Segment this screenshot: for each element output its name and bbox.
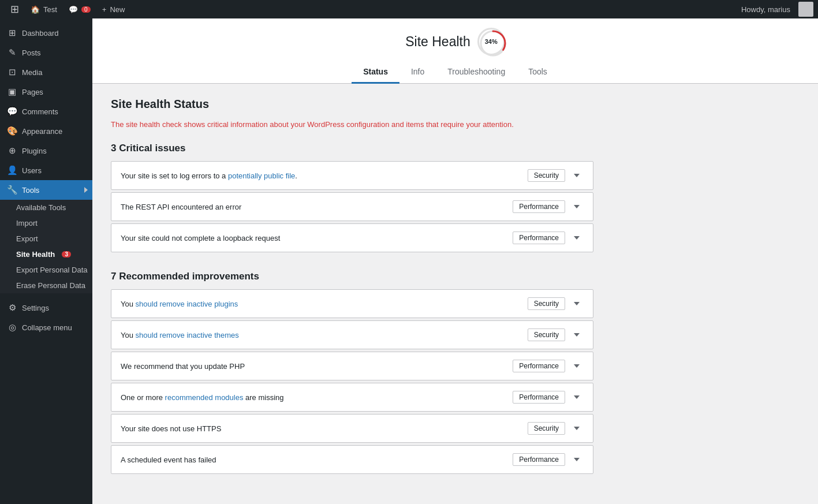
collapse-menu-button[interactable]: ◎ Collapse menu bbox=[0, 318, 92, 337]
rec-issue-tag-5: Performance bbox=[513, 453, 565, 466]
sidebar-item-erase-personal-data[interactable]: Erase Personal Data bbox=[0, 278, 92, 293]
collapse-label: Collapse menu bbox=[22, 323, 72, 332]
rec-issue-tag-3: Performance bbox=[513, 391, 565, 404]
critical-issue-0: Your site is set to log errors to a pote… bbox=[111, 161, 593, 190]
sidebar-label-plugins: Plugins bbox=[22, 147, 47, 155]
media-icon: ⊡ bbox=[7, 67, 17, 77]
rec-issue-tag-2: Performance bbox=[513, 360, 565, 372]
recommended-issues-section: 7 Recommended improvements You should re… bbox=[111, 271, 593, 474]
recommended-issue-text-2: We recommend that you update PHP bbox=[121, 362, 513, 371]
tools-arrow-icon bbox=[84, 187, 88, 193]
section-title: Site Health Status bbox=[111, 98, 593, 111]
rec-issue-expand-3[interactable] bbox=[570, 390, 584, 404]
recommended-issue-text-4: Your site does not use HTTPS bbox=[121, 424, 528, 433]
comments-icon: 💬 bbox=[7, 106, 17, 117]
sidebar-item-tools[interactable]: 🔧 Tools bbox=[0, 180, 92, 200]
recommended-issue-text-1: You should remove inactive themes bbox=[121, 331, 528, 339]
rec-issue-expand-1[interactable] bbox=[570, 328, 584, 342]
site-health-badge: 3 bbox=[62, 251, 71, 257]
sidebar-label-comments: Comments bbox=[22, 107, 58, 116]
appearance-icon: 🎨 bbox=[7, 126, 17, 136]
sidebar-item-import[interactable]: Import bbox=[0, 215, 92, 231]
rec-issue-right-2: Performance bbox=[513, 359, 584, 373]
rec-issue-expand-4[interactable] bbox=[570, 421, 584, 435]
section-description: The site health check shows critical inf… bbox=[111, 120, 593, 129]
user-avatar[interactable] bbox=[798, 2, 813, 17]
critical-issue-text-0: Your site is set to log errors to a pote… bbox=[121, 171, 528, 180]
pages-icon: ▣ bbox=[7, 87, 17, 97]
sidebar-menu: ⊞ Dashboard ✎ Posts ⊡ Media ▣ Pages 💬 Co… bbox=[0, 23, 92, 200]
issue-expand-1[interactable] bbox=[570, 200, 584, 214]
sidebar-item-appearance[interactable]: 🎨 Appearance bbox=[0, 121, 92, 141]
admin-bar-left: ⊞ 🏠 Test 💬 0 + New bbox=[5, 0, 735, 18]
rec-issue-right-0: Security bbox=[528, 297, 584, 311]
sidebar-item-posts[interactable]: ✎ Posts bbox=[0, 43, 92, 62]
admin-bar: ⊞ 🏠 Test 💬 0 + New Howdy, marius bbox=[0, 0, 818, 18]
critical-issue-1: The REST API encountered an error Perfor… bbox=[111, 192, 593, 221]
new-label: New bbox=[110, 5, 125, 14]
rec-issue-right-4: Security bbox=[528, 421, 584, 435]
sidebar-item-dashboard[interactable]: ⊞ Dashboard bbox=[0, 23, 92, 43]
recommended-issue-text-3: One or more recommended modules are miss… bbox=[121, 393, 513, 402]
recommended-issue-2: We recommend that you update PHP Perform… bbox=[111, 352, 593, 380]
issue-expand-0[interactable] bbox=[570, 169, 584, 182]
health-circle: 34% bbox=[477, 28, 505, 55]
sidebar-label-tools: Tools bbox=[22, 186, 39, 195]
sidebar-label-media: Media bbox=[22, 68, 42, 77]
sidebar-item-export[interactable]: Export bbox=[0, 231, 92, 247]
tools-submenu: Available Tools Import Export Site Healt… bbox=[0, 200, 92, 293]
rec-issue-right-1: Security bbox=[528, 328, 584, 342]
tab-troubleshooting[interactable]: Troubleshooting bbox=[436, 62, 517, 84]
sidebar-item-users[interactable]: 👤 Users bbox=[0, 160, 92, 180]
sidebar-item-settings[interactable]: ⚙ Settings bbox=[0, 298, 92, 318]
recommended-issue-text-0: You should remove inactive plugins bbox=[121, 300, 528, 308]
tools-icon: 🔧 bbox=[7, 185, 17, 195]
recommended-issue-text-5: A scheduled event has failed bbox=[121, 456, 513, 464]
issue-tag-1: Performance bbox=[513, 200, 565, 213]
content-inner: Site Health Status The site health check… bbox=[92, 84, 612, 504]
rec-issue-right-3: Performance bbox=[513, 390, 584, 404]
issue-right-0: Security bbox=[528, 169, 584, 182]
sidebar-item-export-personal-data[interactable]: Export Personal Data bbox=[0, 262, 92, 278]
health-percent: 34% bbox=[485, 38, 498, 45]
comments-button[interactable]: 💬 0 bbox=[63, 0, 96, 18]
rec-issue-expand-5[interactable] bbox=[570, 453, 584, 466]
sidebar-item-available-tools[interactable]: Available Tools bbox=[0, 200, 92, 215]
recommended-issue-5: A scheduled event has failed Performance bbox=[111, 445, 593, 474]
comment-icon: 💬 bbox=[69, 5, 78, 14]
page-header: Site Health 34% Status Info Troubleshoot… bbox=[92, 18, 818, 84]
critical-issue-2: Your site could not complete a loopback … bbox=[111, 223, 593, 252]
recommended-issue-1: You should remove inactive themes Securi… bbox=[111, 320, 593, 349]
howdy-text: Howdy, marius bbox=[735, 5, 796, 14]
tab-tools[interactable]: Tools bbox=[517, 62, 559, 84]
sidebar-label-posts: Posts bbox=[22, 48, 41, 57]
tabs: Status Info Troubleshooting Tools bbox=[352, 62, 559, 83]
tab-status[interactable]: Status bbox=[352, 62, 399, 84]
rec-issue-expand-2[interactable] bbox=[570, 359, 584, 373]
site-name-button[interactable]: 🏠 Test bbox=[25, 0, 63, 18]
wp-logo-icon: ⊞ bbox=[10, 3, 19, 16]
comments-count: 0 bbox=[81, 6, 91, 13]
rec-issue-tag-4: Security bbox=[528, 422, 565, 435]
sidebar-label-dashboard: Dashboard bbox=[22, 29, 59, 38]
rec-issue-tag-1: Security bbox=[528, 328, 565, 341]
plugins-icon: ⊕ bbox=[7, 145, 17, 156]
dashboard-icon: ⊞ bbox=[7, 28, 17, 38]
sidebar-item-plugins[interactable]: ⊕ Plugins bbox=[0, 141, 92, 160]
rec-issue-expand-0[interactable] bbox=[570, 297, 584, 311]
tab-info[interactable]: Info bbox=[399, 62, 436, 84]
sidebar-item-comments[interactable]: 💬 Comments bbox=[0, 102, 92, 121]
issue-expand-2[interactable] bbox=[570, 231, 584, 245]
sidebar-bottom: ⚙ Settings ◎ Collapse menu bbox=[0, 298, 92, 337]
new-content-button[interactable]: + New bbox=[96, 0, 131, 18]
sidebar-item-site-health[interactable]: Site Health 3 bbox=[0, 247, 92, 262]
recommended-issue-3: One or more recommended modules are miss… bbox=[111, 383, 593, 412]
recommended-issue-0: You should remove inactive plugins Secur… bbox=[111, 289, 593, 318]
content-area: Site Health 34% Status Info Troubleshoot… bbox=[92, 18, 818, 504]
sidebar-item-pages[interactable]: ▣ Pages bbox=[0, 82, 92, 102]
wp-logo-button[interactable]: ⊞ bbox=[5, 0, 25, 18]
sidebar-label-appearance: Appearance bbox=[22, 127, 62, 136]
issue-right-2: Performance bbox=[513, 231, 584, 245]
admin-bar-right: Howdy, marius bbox=[735, 2, 813, 17]
sidebar-item-media[interactable]: ⊡ Media bbox=[0, 62, 92, 82]
